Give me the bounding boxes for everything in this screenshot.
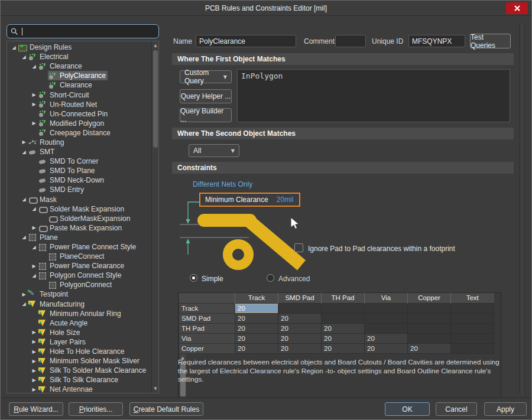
second-scope-dropdown[interactable]: All ▼ xyxy=(189,144,239,157)
scroll-down-icon[interactable]: ▼ xyxy=(152,385,159,392)
tree-item[interactable]: SolderMaskExpansion xyxy=(8,214,151,223)
tree-item[interactable]: ▶Short-Circuit xyxy=(8,90,151,99)
cancel-button[interactable]: Cancel xyxy=(436,402,477,416)
matrix-cell[interactable]: 20 xyxy=(278,333,322,343)
tree-item[interactable]: ▶Hole To Hole Clearance xyxy=(8,347,151,356)
comment-field[interactable] xyxy=(335,35,366,47)
collapsed-arrow-icon[interactable]: ▶ xyxy=(30,339,38,344)
expanded-arrow-icon[interactable]: ◢ xyxy=(20,301,28,307)
matrix-cell[interactable]: 20 xyxy=(278,313,322,323)
expanded-arrow-icon[interactable]: ◢ xyxy=(30,273,38,278)
matrix-cell[interactable]: 20 xyxy=(278,323,322,333)
collapsed-arrow-icon[interactable]: ▶ xyxy=(30,102,38,107)
collapsed-arrow-icon[interactable]: ▶ xyxy=(30,263,38,269)
tree-item[interactable]: ▶Silk To Silk Clearance xyxy=(8,375,151,385)
tree-item[interactable]: PlaneConnect xyxy=(8,252,151,261)
collapsed-arrow-icon[interactable]: ▶ xyxy=(30,368,38,373)
tree-scrollbar[interactable]: ▲ ▼ xyxy=(151,41,158,393)
tree-item[interactable]: ◢Clearance xyxy=(8,61,151,71)
different-nets-only-link[interactable]: Different Nets Only xyxy=(193,180,252,188)
collapsed-arrow-icon[interactable]: ▶ xyxy=(30,92,38,97)
tree-scroll-thumb[interactable] xyxy=(153,50,158,148)
expanded-arrow-icon[interactable]: ◢ xyxy=(30,245,38,250)
expanded-arrow-icon[interactable]: ◢ xyxy=(20,235,28,240)
tree-item[interactable]: SMD Entry xyxy=(8,185,151,194)
custom-query-editor[interactable]: InPolygon xyxy=(237,69,510,122)
tree-item[interactable]: ◢Solder Mask Expansion xyxy=(8,204,151,214)
tree-item[interactable]: Minimum Annular Ring xyxy=(8,309,151,318)
tree-item[interactable]: PolyClearance xyxy=(8,71,151,80)
ignore-pad-to-pad-checkbox[interactable] xyxy=(294,243,303,252)
tree-item[interactable]: Acute Angle xyxy=(8,318,151,328)
advanced-radio-label[interactable]: Advanced xyxy=(278,275,310,283)
tree-item[interactable]: ▶Testpoint xyxy=(8,289,151,299)
tree-item[interactable]: Creepage Distance xyxy=(8,128,151,138)
collapsed-arrow-icon[interactable]: ▶ xyxy=(30,330,38,335)
collapsed-arrow-icon[interactable]: ▶ xyxy=(30,121,38,126)
collapsed-arrow-icon[interactable]: ▶ xyxy=(30,349,38,354)
tree-item[interactable]: Un-Connected Pin xyxy=(8,109,151,119)
matrix-cell[interactable]: 20 xyxy=(235,303,278,313)
tree-item[interactable]: ◢Power Plane Connect Style xyxy=(8,242,151,252)
tree-item[interactable]: ▶Routing xyxy=(8,138,151,147)
query-helper-button[interactable]: Query Helper ... xyxy=(180,89,232,103)
expanded-arrow-icon[interactable]: ◢ xyxy=(30,206,38,211)
expanded-arrow-icon[interactable]: ◢ xyxy=(20,149,28,155)
tree-item[interactable]: SMD To Corner xyxy=(8,157,151,166)
rule-wizard-button[interactable]: Rule Wizard... xyxy=(9,402,63,416)
search-input[interactable] xyxy=(22,27,141,35)
rule-search-box[interactable] xyxy=(7,24,159,38)
tree-item[interactable]: SMD Neck-Down xyxy=(8,175,151,185)
matrix-cell[interactable]: 20 xyxy=(235,343,278,353)
scope-dropdown[interactable]: Custom Query ▼ xyxy=(180,70,232,83)
matrix-cell[interactable]: 20 xyxy=(278,343,322,353)
tree-item[interactable]: ◢Design Rules xyxy=(8,43,151,52)
name-field[interactable] xyxy=(196,35,296,47)
tree-item[interactable]: ◢Mask xyxy=(8,195,151,204)
expanded-arrow-icon[interactable]: ◢ xyxy=(30,64,38,69)
expanded-arrow-icon[interactable]: ◢ xyxy=(20,54,28,60)
simple-radio[interactable] xyxy=(190,274,197,282)
panel-scrollbar-track[interactable] xyxy=(520,24,525,394)
tree-item[interactable]: ▶Power Plane Clearance xyxy=(8,261,151,271)
tree-item[interactable]: ▶Paste Mask Expansion xyxy=(8,223,151,233)
create-default-rules-button[interactable]: Create Default Rules xyxy=(129,402,203,416)
tree-item[interactable]: ▶Minimum Solder Mask Sliver xyxy=(8,356,151,366)
matrix-cell[interactable]: 20 xyxy=(322,343,365,353)
ok-button[interactable]: OK xyxy=(385,402,430,416)
matrix-cell[interactable]: 20 xyxy=(322,323,365,333)
advanced-radio[interactable] xyxy=(267,274,274,282)
tree-item[interactable]: ◢Plane xyxy=(8,233,151,242)
matrix-cell[interactable]: 20 xyxy=(235,313,278,323)
min-clearance-value[interactable]: 20mil xyxy=(277,196,294,204)
expanded-arrow-icon[interactable]: ◢ xyxy=(10,45,18,50)
collapsed-arrow-icon[interactable]: ▶ xyxy=(30,387,38,392)
apply-button[interactable]: Apply xyxy=(484,402,527,416)
matrix-cell[interactable]: 20 xyxy=(322,333,365,343)
tree-item[interactable]: ◢SMT xyxy=(8,147,151,157)
tree-item[interactable]: ▶Hole Size xyxy=(8,328,151,337)
unique-id-field[interactable] xyxy=(408,35,465,47)
simple-radio-label[interactable]: Simple xyxy=(202,275,223,283)
tree-item[interactable]: ◢Polygon Connect Style xyxy=(8,271,151,280)
close-button[interactable] xyxy=(506,2,528,14)
collapsed-arrow-icon[interactable]: ▶ xyxy=(20,139,28,145)
tree-item[interactable]: ▶Layer Pairs xyxy=(8,337,151,347)
scroll-up-icon[interactable]: ▲ xyxy=(152,42,159,49)
matrix-cell[interactable]: 20 xyxy=(235,323,278,333)
tree-item[interactable]: ◢Manufacturing xyxy=(8,299,151,309)
priorities-button[interactable]: Priorities... xyxy=(69,402,123,416)
collapsed-arrow-icon[interactable]: ▶ xyxy=(30,225,38,230)
query-builder-button[interactable]: Query Builder ... xyxy=(180,108,232,122)
matrix-cell[interactable]: 20 xyxy=(408,343,451,353)
tree-item[interactable]: SMD To Plane xyxy=(8,166,151,175)
tree-item[interactable]: ▶Net Antennae xyxy=(8,385,151,393)
tree-item[interactable]: ▶Silk To Solder Mask Clearance xyxy=(8,366,151,375)
matrix-cell[interactable]: 20 xyxy=(235,333,278,343)
tree-item[interactable]: ▶Un-Routed Net xyxy=(8,100,151,109)
tree-item[interactable]: Clearance xyxy=(8,80,151,90)
tree-item[interactable]: ◢Electrical xyxy=(8,52,151,61)
test-queries-button[interactable]: Test Queries xyxy=(470,34,511,48)
tree-item[interactable]: ▶Modified Polygon xyxy=(8,119,151,128)
collapsed-arrow-icon[interactable]: ▶ xyxy=(30,359,38,364)
